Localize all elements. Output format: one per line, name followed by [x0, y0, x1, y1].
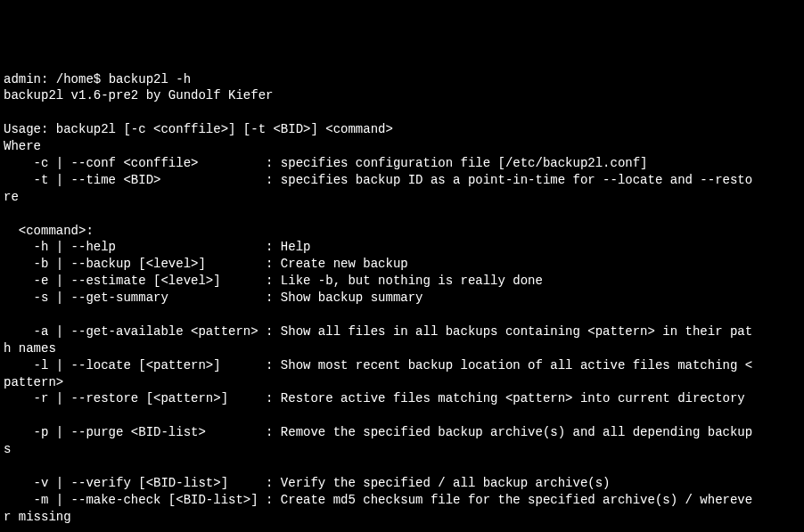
where-line: Where: [4, 139, 41, 153]
option-r: -r | --restore [<pattern>] : Restore act…: [4, 391, 745, 405]
option-a-wrap: h names: [4, 341, 56, 356]
option-m-wrap: r missing: [4, 510, 71, 524]
option-h: -h | --help : Help: [4, 240, 310, 254]
version-line: backup2l v1.6-pre2 by Gundolf Kiefer: [4, 88, 273, 102]
option-a: -a | --get-available <pattern> : Show al…: [4, 324, 752, 339]
option-l-wrap: pattern>: [4, 375, 63, 389]
option-p-wrap: s: [4, 442, 11, 456]
prompt: admin: /home$: [4, 72, 109, 86]
option-l: -l | --locate [<pattern>] : Show most re…: [4, 358, 752, 372]
option-p: -p | --purge <BID-list> : Remove the spe…: [4, 425, 752, 439]
option-c: -c | --conf <conffile> : specifies confi…: [4, 156, 648, 170]
option-s: -s | --get-summary : Show backup summary: [4, 291, 423, 305]
option-e: -e | --estimate [<level>] : Like -b, but…: [4, 274, 543, 288]
typed-command: backup2l -h: [109, 72, 191, 86]
option-m: -m | --make-check [<BID-list>] : Create …: [4, 493, 752, 507]
usage-line: Usage: backup2l [-c <conffile>] [-t <BID…: [4, 122, 393, 136]
command-header: <command>:: [4, 224, 94, 238]
option-t-wrap: re: [4, 190, 19, 204]
option-t: -t | --time <BID> : specifies backup ID …: [4, 173, 752, 187]
terminal-output[interactable]: admin: /home$ backup2l -h backup2l v1.6-…: [4, 71, 800, 532]
option-v: -v | --verify [<BID-list>] : Verify the …: [4, 476, 611, 490]
option-b: -b | --backup [<level>] : Create new bac…: [4, 257, 408, 271]
